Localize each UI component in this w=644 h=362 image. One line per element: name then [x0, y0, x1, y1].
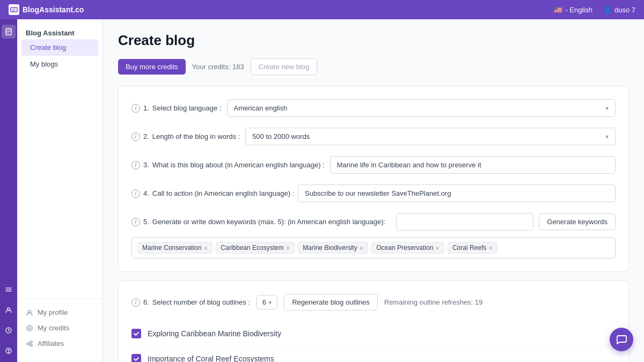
outline-checkbox-2[interactable] [131, 354, 141, 362]
outline-checkbox-1[interactable] [131, 329, 141, 338]
sidebar-icon-badge[interactable] [2, 323, 16, 337]
blog-length-value: 500 to 2000 words [252, 132, 310, 141]
page-title: Create blog [118, 32, 629, 49]
tag-caribbean-ecosystem: Caribbean Ecosystem × [216, 242, 295, 254]
chevron-down-icon: ▾ [605, 105, 609, 112]
svg-point-5 [9, 352, 9, 353]
sidebar-bottom-my-profile[interactable]: My profile [17, 305, 103, 320]
svg-point-8 [27, 343, 29, 345]
field-call-to-action: i 4. Call to action (in American english… [131, 184, 616, 202]
tag-coral-reefs: Coral Reefs × [448, 242, 497, 254]
main-layout: Blog Assistant Create blog My blogs My p… [0, 19, 644, 362]
field-blog-language: i 1. Select blog language : American eng… [131, 99, 616, 117]
outline-item-1: Exploring Caribbean Marine Biodiversity [131, 321, 616, 346]
tag-marine-biodiversity: Marine Biodiversity × [298, 242, 368, 254]
svg-point-9 [30, 341, 32, 343]
field-5-label: i 5. Generate or write down keywords (ma… [131, 218, 385, 226]
logo-text: BlogAssistant.co [23, 5, 84, 14]
field-keywords: i 5. Generate or write down keywords (ma… [131, 213, 616, 258]
field-3-label: i 3. What is this blog about (in America… [131, 161, 325, 169]
outline-count-select[interactable]: 6 ▾ [257, 295, 277, 309]
blog-length-select[interactable]: 500 to 2000 words ▾ [245, 128, 616, 145]
sidebar-icon-help[interactable] [2, 344, 16, 358]
info-icon-2: i [131, 132, 140, 141]
sidebar-icon-document[interactable] [2, 25, 16, 39]
outline-count-value: 6 [262, 298, 266, 306]
keywords-row: i 5. Generate or write down keywords (ma… [131, 213, 616, 231]
outline-item-2: Importance of Coral Reef Ecosystems [131, 346, 616, 362]
tag-remove-marine-conservation[interactable]: × [204, 245, 208, 252]
action-bar: Buy more credits Your credits: 183 Creat… [118, 58, 629, 75]
sidebar-icon-user[interactable] [2, 303, 16, 317]
user-menu[interactable]: 👤 duso 7 [603, 6, 635, 14]
user-label: duso 7 [614, 6, 635, 14]
tag-remove-marine-biodiversity[interactable]: × [360, 245, 364, 252]
field-5-number: 5. [143, 218, 149, 226]
blog-about-input[interactable] [330, 156, 616, 174]
chevron-down-icon-3: ▾ [268, 299, 272, 306]
tag-label: Marine Biodiversity [303, 244, 357, 252]
sidebar-bottom-affiliates[interactable]: Affiliates [17, 336, 103, 351]
keywords-tags-container: Marine Conservation × Caribbean Ecosyste… [131, 237, 616, 258]
field-3-number: 3. [143, 161, 149, 169]
tag-ocean-preservation: Ocean Preservation × [371, 242, 444, 254]
logo-icon [9, 4, 19, 15]
generate-keywords-button[interactable]: Generate keywords [539, 213, 616, 230]
keyword-input[interactable] [396, 213, 533, 231]
chat-button[interactable] [610, 328, 633, 351]
sidebar-item-create-blog[interactable]: Create blog [21, 39, 98, 56]
field-3-text: What is this blog about (in American eng… [152, 161, 325, 169]
call-to-action-input[interactable] [298, 184, 616, 202]
my-profile-label: My profile [38, 308, 68, 316]
field-blog-length: i 2. Length of the blog in words : 500 t… [131, 128, 616, 145]
sidebar-item-my-blogs[interactable]: My blogs [21, 56, 98, 72]
credits-info: Your credits: 183 [192, 63, 244, 71]
field-6-number: 6. [143, 298, 149, 306]
my-credits-label: My credits [38, 324, 69, 332]
field-1-label: i 1. Select blog language : [131, 104, 222, 113]
lang-label: - English [565, 6, 592, 14]
tag-remove-coral-reefs[interactable]: × [488, 245, 493, 252]
field-1-text: Select blog language : [152, 104, 222, 112]
field-1-number: 1. [143, 104, 149, 112]
blog-language-value: American english [234, 104, 288, 112]
form-card-1: i 1. Select blog language : American eng… [118, 86, 629, 272]
info-icon-6: i [131, 298, 140, 307]
tag-remove-caribbean-ecosystem[interactable]: × [286, 245, 290, 252]
info-icon-5: i [131, 218, 140, 226]
info-icon-1: i [131, 104, 140, 113]
sidebar-bottom: My profile My credits Affiliates [17, 299, 103, 357]
info-icon-3: i [131, 161, 140, 169]
language-selector[interactable]: 🇺🇸 - English [554, 6, 592, 14]
field-2-number: 2. [143, 132, 149, 141]
buy-credits-button[interactable]: Buy more credits [118, 59, 186, 75]
create-new-blog-button[interactable]: Create new blog [251, 58, 318, 75]
blog-language-select[interactable]: American english ▾ [227, 99, 616, 117]
tag-label: Ocean Preservation [376, 244, 433, 252]
lang-flag: 🇺🇸 [554, 6, 562, 14]
outline-text-1: Exploring Caribbean Marine Biodiversity [148, 329, 281, 338]
field-2-label: i 2. Length of the blog in words : [131, 132, 240, 141]
svg-point-10 [30, 344, 32, 346]
sidebar-icon-menu[interactable] [2, 283, 16, 297]
field-2-text: Length of the blog in words : [152, 132, 240, 141]
sidebar-bottom-my-credits[interactable]: My credits [17, 320, 103, 336]
tag-remove-ocean-preservation[interactable]: × [435, 245, 440, 252]
top-navigation: BlogAssistant.co 🇺🇸 - English 👤 duso 7 [0, 0, 644, 19]
affiliates-label: Affiliates [38, 339, 64, 348]
tag-label: Marine Conservation [142, 244, 202, 252]
regenerate-outlines-button[interactable]: Regenerate blog outlines [284, 294, 378, 311]
field-6-label: i 6. Select number of blog outlines : [131, 298, 250, 307]
top-nav-right: 🇺🇸 - English 👤 duso 7 [554, 6, 635, 14]
outline-text-2: Importance of Coral Reef Ecosystems [148, 354, 274, 362]
sidebar-icons [0, 19, 17, 362]
form-card-2: i 6. Select number of blog outlines : 6 … [118, 280, 629, 362]
field-blog-about: i 3. What is this blog about (in America… [131, 156, 616, 174]
field-4-label: i 4. Call to action (in American english… [131, 189, 292, 198]
chevron-down-icon-2: ▾ [605, 133, 609, 141]
tag-label: Coral Reefs [452, 244, 486, 252]
logo: BlogAssistant.co [9, 4, 84, 15]
content-area: Create blog Buy more credits Your credit… [103, 19, 644, 362]
field-4-number: 4. [143, 189, 149, 197]
tag-label: Caribbean Ecosystem [221, 244, 283, 252]
